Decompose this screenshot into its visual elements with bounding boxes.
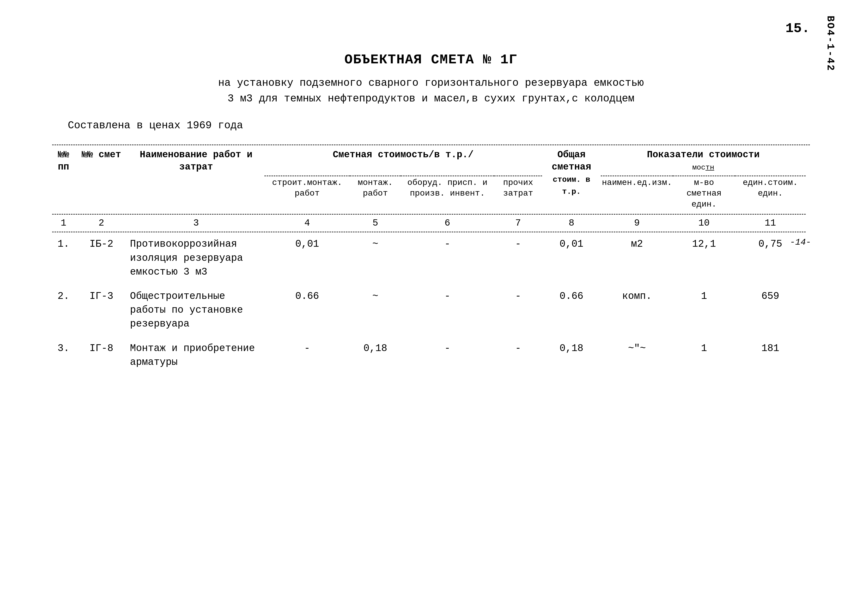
dashed-sep2 xyxy=(52,232,805,233)
side-code: ВО4-1-42 xyxy=(825,16,836,71)
table-container: №№ пп №№ смет Наименование работ и затра… xyxy=(52,145,810,372)
col-n-10: 10 xyxy=(673,217,735,229)
sub-col-prochih: прочих затрат xyxy=(494,176,542,211)
row1-prochih: - xyxy=(494,234,542,281)
col-header-naim: Наименование работ и затрат xyxy=(128,147,264,212)
col-n-8: 8 xyxy=(542,217,601,229)
row1-num: 1. xyxy=(52,234,75,281)
col-n-7: 7 xyxy=(494,217,542,229)
row3-oborud: - xyxy=(401,339,495,372)
sub-col-naimen: наимен.ед.изм. xyxy=(601,176,673,211)
row2-edizm: комп. xyxy=(601,287,673,333)
row3-num: 3. xyxy=(52,339,75,372)
title-section: ОБЪЕКТНАЯ СМЕТА № 1Г на установку подзем… xyxy=(52,52,810,107)
table-row: 3. IГ-8 Монтаж и приобретение арматуры -… xyxy=(52,339,810,372)
prices-note: Составлена в ценах 1969 года xyxy=(52,120,810,132)
main-title: ОБЪЕКТНАЯ СМЕТА № 1Г xyxy=(52,52,810,68)
row1-smet: IБ-2 xyxy=(75,234,128,281)
col-n-1: 1 xyxy=(52,217,75,229)
col-header-pokazateli: Показатели стоимости мостн xyxy=(601,147,805,176)
col-n-2: 2 xyxy=(75,217,128,229)
row1-naim: Противокоррозийная изоляция резервуара е… xyxy=(128,234,264,281)
row1-montazh: ~ xyxy=(350,234,400,281)
sub-col-edinstoi: един.стоим. един. xyxy=(735,176,805,211)
row2-num: 2. xyxy=(52,287,75,333)
table-row: 2. IГ-3 Общестроительные работы по устан… xyxy=(52,287,810,333)
col-n-4: 4 xyxy=(264,217,350,229)
col-numbers-row: 1 2 3 4 5 6 7 8 9 10 11 xyxy=(52,217,810,229)
row2-obshchaya: 0.66 xyxy=(542,287,601,333)
subtitle-line1: на установку подземного сварного горизон… xyxy=(52,75,810,91)
row1-kolvo: 12,1 xyxy=(673,234,735,281)
sub-col-oborud: оборуд. присп. и произв. инвент. xyxy=(401,176,495,211)
spacer-row2 xyxy=(52,333,810,339)
page-number: 15. xyxy=(785,21,810,36)
footnote-marker: -14- xyxy=(790,237,811,247)
row2-prochih: - xyxy=(494,287,542,333)
row3-edstoi: 181 xyxy=(735,339,805,372)
row3-edizm: ~"~ xyxy=(601,339,673,372)
row2-oborud: - xyxy=(401,287,495,333)
subtitle: на установку подземного сварного горизон… xyxy=(52,75,810,107)
page: 15. ВО4-1-42 ОБЪЕКТНАЯ СМЕТА № 1Г на уст… xyxy=(0,0,862,616)
row1-obshchaya: 0,01 xyxy=(542,234,601,281)
row1-oborud: - xyxy=(401,234,495,281)
page-number-area: 15. xyxy=(785,21,810,36)
col-n-3: 3 xyxy=(128,217,264,229)
sub-col-kolvo: м-во сметная един. xyxy=(673,176,735,211)
table-row: 1. IБ-2 Противокоррозийная изоляция резе… xyxy=(52,234,810,281)
dashed-sep-row2 xyxy=(52,229,810,234)
row2-edstoi: 659 xyxy=(735,287,805,333)
row3-obshchaya: 0,18 xyxy=(542,339,601,372)
subtitle-line2: 3 м3 для темных нефтепродуктов и масел,в… xyxy=(52,91,810,107)
dashed-sep xyxy=(52,214,805,215)
row1-edizm: м2 xyxy=(601,234,673,281)
sub-col-montazh: монтаж. работ xyxy=(350,176,400,211)
row2-montazh: ~ xyxy=(350,287,400,333)
row1-stroim: 0,01 xyxy=(264,234,350,281)
col-header-extra xyxy=(805,147,810,212)
sub-col-stroim: строит.монтаж. работ xyxy=(264,176,350,211)
spacer-row xyxy=(52,281,810,287)
top-dashed-line xyxy=(52,145,810,145)
row2-stroim: 0.66 xyxy=(264,287,350,333)
row3-smet: IГ-8 xyxy=(75,339,128,372)
row2-kolvo: 1 xyxy=(673,287,735,333)
row2-smet: IГ-3 xyxy=(75,287,128,333)
col-n-11: 11 xyxy=(735,217,805,229)
col-n-6: 6 xyxy=(401,217,495,229)
row3-kolvo: 1 xyxy=(673,339,735,372)
col-header-smetnaya: Сметная стоимость/в т.р./ xyxy=(264,147,542,176)
col-n-5: 5 xyxy=(350,217,400,229)
header-row-1: №№ пп №№ смет Наименование работ и затра… xyxy=(52,147,810,176)
col-header-obshchaya: Общая сметная стоим. в т.р. xyxy=(542,147,601,211)
row3-naim: Монтаж и приобретение арматуры xyxy=(128,339,264,372)
dashed-separator-row xyxy=(52,212,810,217)
main-table: №№ пп №№ смет Наименование работ и затра… xyxy=(52,147,810,372)
row2-naim: Общестроительные работы по установке рез… xyxy=(128,287,264,333)
row3-prochih: - xyxy=(494,339,542,372)
row3-montazh: 0,18 xyxy=(350,339,400,372)
col-n-9: 9 xyxy=(601,217,673,229)
col-header-smet: №№ смет xyxy=(75,147,128,212)
row3-stroim: - xyxy=(264,339,350,372)
col-header-num: №№ пп xyxy=(52,147,75,212)
